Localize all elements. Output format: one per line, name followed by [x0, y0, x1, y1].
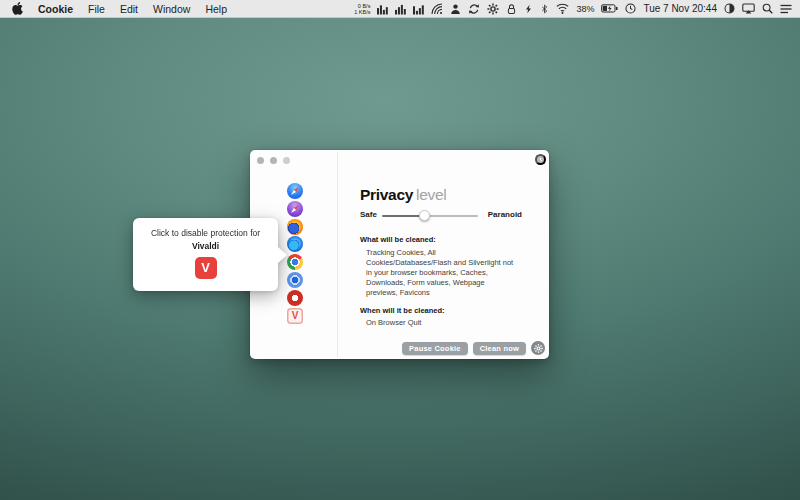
firefox-developer-icon[interactable] [287, 236, 303, 252]
cookie-app-window: V Privacylevel Safe Paranoid What will b… [250, 150, 549, 359]
firefox-icon[interactable] [287, 219, 303, 235]
slider-safe-label: Safe [360, 210, 377, 219]
disk-graph-icon[interactable] [413, 3, 424, 15]
cpu-graph-icon[interactable] [377, 3, 388, 15]
battery-icon[interactable] [601, 4, 618, 13]
network-down-text: 1 KB/s [354, 9, 370, 15]
menu-edit[interactable]: Edit [120, 3, 138, 15]
minimize-window-button[interactable] [270, 157, 277, 164]
tooltip-vivaldi-icon[interactable]: V [195, 257, 217, 279]
privacy-panel: Privacylevel Safe Paranoid What will be … [360, 186, 522, 328]
slider-paranoid-label: Paranoid [488, 210, 522, 219]
menubar-datetime[interactable]: Tue 7 Nov 20:44 [643, 3, 717, 14]
radio-waves-icon[interactable] [431, 3, 443, 15]
apple-menu-icon[interactable] [12, 2, 23, 15]
history-clock-button[interactable] [535, 154, 546, 165]
sidebar-divider [337, 152, 338, 357]
protection-tooltip: Click to disable protection for Vivaldi … [133, 218, 278, 291]
safari-icon[interactable] [287, 183, 303, 199]
battery-percent[interactable]: 38% [576, 4, 594, 14]
zoom-window-button[interactable] [283, 157, 290, 164]
user-icon[interactable] [450, 3, 461, 15]
lock-icon[interactable] [506, 3, 517, 15]
page-title: Privacylevel [360, 186, 522, 204]
network-throughput[interactable]: 0 B/s 1 KB/s [354, 3, 370, 15]
menu-file[interactable]: File [88, 3, 105, 15]
search-icon[interactable] [762, 3, 773, 14]
when-cleaned-heading: When will it be cleaned: [360, 306, 522, 315]
menu-bar-status-area: 0 B/s 1 KB/s [354, 3, 792, 15]
traffic-lights [257, 157, 290, 164]
close-window-button[interactable] [257, 157, 264, 164]
chrome-icon[interactable] [287, 254, 303, 270]
menu-help[interactable]: Help [205, 3, 227, 15]
menu-bar: Cookie File Edit Window Help 0 B/s 1 KB/… [0, 0, 800, 18]
menu-app-name[interactable]: Cookie [38, 3, 73, 15]
clock-icon[interactable] [625, 3, 636, 14]
pause-cookie-button[interactable]: Pause Cookie [402, 342, 468, 355]
what-cleaned-heading: What will be cleaned: [360, 235, 522, 244]
chromium-icon[interactable] [287, 272, 303, 288]
page-title-light: level [416, 186, 446, 203]
privacy-slider-knob[interactable] [419, 210, 430, 221]
gear-icon[interactable] [487, 3, 499, 15]
browser-sidebar: V [287, 183, 303, 324]
tooltip-text: Click to disable protection for [133, 228, 278, 238]
bluetooth-icon[interactable] [540, 3, 549, 15]
wifi-icon[interactable] [556, 3, 569, 14]
tooltip-browser-name: Vivaldi [133, 241, 278, 251]
safari-tech-preview-icon[interactable] [287, 201, 303, 217]
when-cleaned-text: On Browser Quit [360, 318, 516, 328]
opera-icon[interactable] [287, 290, 303, 306]
page-title-bold: Privacy [360, 186, 413, 203]
menu-bar-left: Cookie File Edit Window Help [12, 2, 227, 15]
memory-graph-icon[interactable] [395, 3, 406, 15]
privacy-slider-track[interactable] [382, 215, 478, 217]
bolt-icon[interactable] [524, 3, 533, 15]
what-cleaned-text: Tracking Cookies, All Cookies/Databases/… [360, 248, 516, 298]
vivaldi-icon[interactable]: V [287, 308, 303, 324]
window-footer: Pause Cookie Clean now [402, 341, 545, 355]
notification-list-icon[interactable] [780, 4, 792, 14]
settings-gear-button[interactable] [531, 341, 545, 355]
airplay-display-icon[interactable] [742, 3, 755, 14]
sync-icon[interactable] [468, 3, 480, 15]
privacy-slider-row: Safe Paranoid [360, 209, 522, 222]
clean-now-button[interactable]: Clean now [473, 342, 526, 355]
menu-window[interactable]: Window [153, 3, 190, 15]
half-circle-icon[interactable] [724, 3, 735, 14]
desktop-wallpaper: Cookie File Edit Window Help 0 B/s 1 KB/… [0, 0, 800, 500]
